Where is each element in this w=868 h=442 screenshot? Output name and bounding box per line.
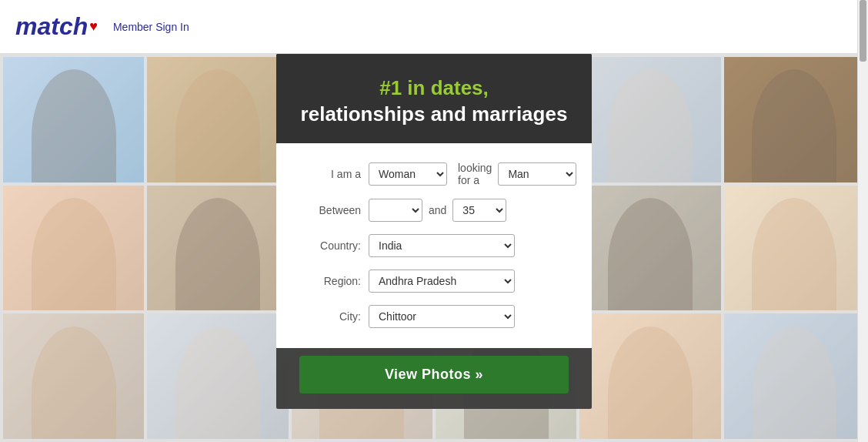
bg-photo-6 <box>724 57 865 182</box>
looking-for-select[interactable]: Man Woman <box>498 162 576 186</box>
photo-figure <box>608 69 693 182</box>
i-am-a-label: I am a <box>299 168 361 180</box>
country-select[interactable]: India United States United Kingdom Canad… <box>369 234 515 257</box>
bg-photo-17 <box>579 313 720 439</box>
city-label: City: <box>299 310 361 323</box>
logo-text: match <box>15 12 88 41</box>
and-label: and <box>429 204 446 216</box>
region-select[interactable]: Andhra Pradesh Maharashtra Tamil Nadu Ka… <box>369 270 515 293</box>
country-row: Country: India United States United King… <box>299 234 569 257</box>
region-select-wrapper: Andhra Pradesh Maharashtra Tamil Nadu Ka… <box>369 270 569 293</box>
bg-photo-5 <box>579 57 720 182</box>
headline-highlight: #1 in dates, <box>379 76 489 99</box>
bg-photo-12 <box>724 186 865 311</box>
photo-figure <box>608 326 693 439</box>
scrollbar[interactable] <box>857 0 868 442</box>
bg-photo-11 <box>579 186 720 311</box>
bg-photo-2 <box>147 57 288 182</box>
search-modal: #1 in dates, relationships and marriages… <box>276 54 592 409</box>
age-row: Between 1819202122 2324252627 2829303540… <box>299 199 569 222</box>
bg-photo-18 <box>724 313 865 439</box>
photo-figure <box>175 69 260 182</box>
photo-figure <box>752 326 836 439</box>
photo-figure <box>175 198 260 310</box>
bg-photo-8 <box>147 186 288 311</box>
city-select-wrapper: Chittoor Hyderabad Vijayawada Visakhapat… <box>369 305 569 328</box>
bg-photo-7 <box>3 186 144 311</box>
city-select[interactable]: Chittoor Hyderabad Vijayawada Visakhapat… <box>369 305 515 328</box>
headline-rest: relationships and marriages <box>301 102 568 126</box>
country-label: Country: <box>299 239 361 252</box>
region-label: Region: <box>299 275 361 287</box>
scrollbar-thumb[interactable] <box>860 0 866 62</box>
bg-photo-13 <box>3 313 144 439</box>
city-row: City: Chittoor Hyderabad Vijayawada Visa… <box>299 305 569 328</box>
photo-figure <box>752 198 836 310</box>
member-signin-link[interactable]: Member Sign In <box>113 21 189 33</box>
header: match♥ Member Sign In <box>0 0 868 54</box>
looking-for-label: looking for a <box>458 162 492 186</box>
photo-figure <box>608 198 693 310</box>
bg-photo-14 <box>147 313 288 439</box>
age-from-select[interactable]: 1819202122 2324252627 2829303540 <box>369 199 422 222</box>
country-select-wrapper: India United States United Kingdom Canad… <box>369 234 569 257</box>
photo-figure <box>32 326 116 439</box>
region-row: Region: Andhra Pradesh Maharashtra Tamil… <box>299 270 569 293</box>
photo-figure <box>32 69 116 182</box>
modal-header: #1 in dates, relationships and marriages <box>276 54 592 143</box>
age-to-select[interactable]: 18253035 40455055 <box>452 199 506 222</box>
between-label: Between <box>299 204 361 216</box>
modal-body: I am a Woman Man looking for a Man Woman… <box>276 143 592 348</box>
photo-figure <box>752 69 836 182</box>
view-photos-button[interactable]: View Photos » <box>299 356 569 393</box>
gender-select[interactable]: Woman Man <box>369 162 447 186</box>
photo-figure <box>175 326 260 439</box>
gender-row: I am a Woman Man looking for a Man Woman <box>299 162 569 186</box>
modal-headline: #1 in dates, relationships and marriages <box>299 75 569 128</box>
bg-photo-1 <box>3 57 144 182</box>
photo-figure <box>32 198 116 310</box>
logo-heart: ♥ <box>89 18 98 35</box>
logo: match♥ <box>15 12 98 41</box>
